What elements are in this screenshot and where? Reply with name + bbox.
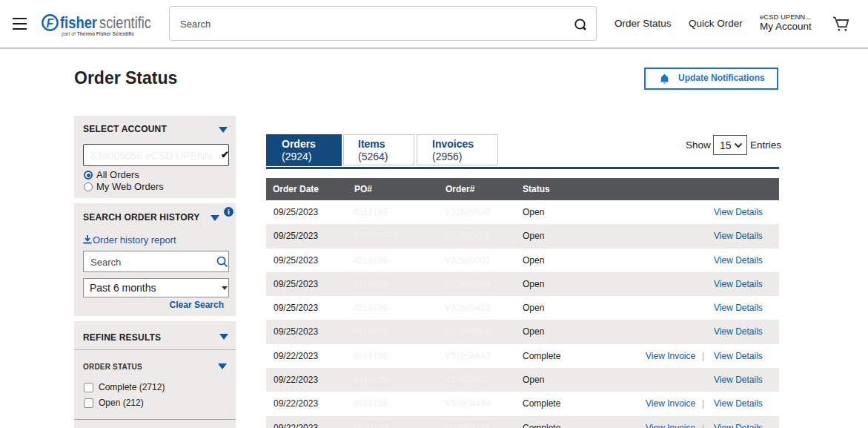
svg-text:scientific: scientific: [99, 13, 151, 32]
svg-text:part of Thermo Fisher Scientif: part of Thermo Fisher Scientific: [62, 30, 134, 37]
svg-text:fisher: fisher: [60, 13, 97, 32]
svg-text:F: F: [47, 17, 55, 30]
